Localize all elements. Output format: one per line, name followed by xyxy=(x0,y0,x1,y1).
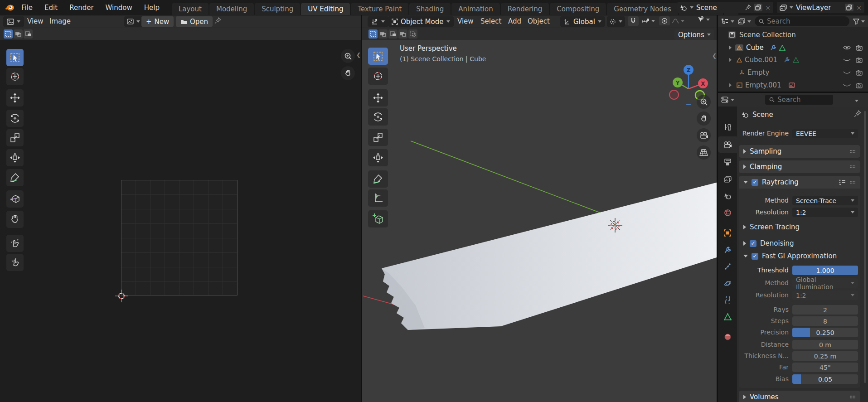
vp-tool-rotate[interactable] xyxy=(368,108,388,126)
viewport-scene[interactable] xyxy=(362,40,717,402)
mesh-data-icon[interactable] xyxy=(779,45,786,51)
uv-tool-rotate[interactable] xyxy=(6,110,24,127)
vp-select-mode-subtract-button[interactable] xyxy=(388,29,398,39)
properties-search[interactable]: Search xyxy=(765,95,833,105)
outliner-row-scene-collection[interactable]: Scene Collection xyxy=(718,29,868,41)
select-mode-extend-button[interactable] xyxy=(14,29,23,39)
hidden-eye-closed-icon[interactable] xyxy=(843,82,851,88)
outliner-search[interactable]: Search xyxy=(755,16,849,26)
uv-menu-image[interactable]: Image xyxy=(49,17,71,25)
vp-perspective-toggle-button[interactable] xyxy=(697,145,711,160)
select-mode-set-button[interactable] xyxy=(4,29,13,39)
vp-menu-object[interactable]: Object xyxy=(528,17,550,25)
render-engine-dropdown[interactable]: EEVEE xyxy=(792,129,858,138)
open-image-button[interactable]: Open xyxy=(176,16,213,27)
vp-select-mode-invert-button[interactable] xyxy=(398,29,407,39)
mode-selector[interactable]: Object Mode xyxy=(388,16,454,27)
new-image-button[interactable]: + New xyxy=(141,16,174,27)
denoising-checkbox[interactable]: ✓ xyxy=(750,240,756,247)
uv-editor-type-button[interactable] xyxy=(3,16,24,27)
vp-tool-move[interactable] xyxy=(368,89,388,107)
outliner-row-empty-001[interactable]: Empty.001 xyxy=(718,79,868,91)
blender-logo-icon[interactable] xyxy=(5,3,15,11)
snap-target-button[interactable] xyxy=(640,17,657,25)
subpanel-denoising[interactable]: ✓ Denoising xyxy=(743,239,794,247)
properties-options-chevron[interactable] xyxy=(855,96,858,104)
uv-tool-grab[interactable] xyxy=(6,211,24,228)
disable-render-camera-icon[interactable] xyxy=(856,82,863,88)
menu-file[interactable]: File xyxy=(15,0,39,15)
hide-eye-icon[interactable] xyxy=(843,45,851,50)
disable-render-camera-icon[interactable] xyxy=(856,45,863,51)
vp-camera-view-button[interactable] xyxy=(697,128,711,142)
far-field[interactable]: 45° xyxy=(792,363,858,372)
uv-tool-relax[interactable] xyxy=(6,235,24,252)
raytracing-checkbox[interactable]: ✓ xyxy=(752,179,758,186)
vp-menu-view[interactable]: View xyxy=(457,17,474,25)
uv-sidebar-collapse-arrow[interactable]: ❮ xyxy=(356,52,361,58)
pin-image-icon[interactable] xyxy=(214,17,221,24)
uv-tool-move[interactable] xyxy=(6,89,24,107)
show-gizmo-button[interactable] xyxy=(697,16,710,23)
vp-menu-add[interactable]: Add xyxy=(508,17,521,25)
pivot-point-selector[interactable] xyxy=(607,16,625,27)
uv-tool-pinch[interactable] xyxy=(6,254,24,271)
menu-edit[interactable]: Edit xyxy=(39,0,63,15)
threshold-slider[interactable]: 1.000 xyxy=(792,266,858,275)
menu-window[interactable]: Window xyxy=(100,0,138,15)
new-viewlayer-copy-icon[interactable] xyxy=(845,4,853,11)
outliner-row-empty[interactable]: Empty xyxy=(718,67,868,78)
proportional-editing-toggle[interactable] xyxy=(659,16,670,25)
transform-orientation-selector[interactable]: Global xyxy=(560,16,605,27)
properties-scrollbar[interactable] xyxy=(864,111,866,383)
uv-tool-transform[interactable] xyxy=(6,149,24,166)
vp-tool-measure[interactable] xyxy=(368,189,388,207)
mesh-data-icon[interactable] xyxy=(793,57,799,63)
hidden-eye-closed-icon[interactable] xyxy=(843,57,851,63)
uv-pan-button[interactable] xyxy=(341,66,355,80)
vp-tool-add-cube[interactable] xyxy=(368,210,388,228)
panel-clamping[interactable]: Clamping xyxy=(739,160,860,173)
new-scene-copy-icon[interactable] xyxy=(754,4,762,11)
tab-render-active[interactable] xyxy=(718,136,737,153)
uv-tool-annotate[interactable] xyxy=(6,169,24,186)
vp-select-mode-intersect-button[interactable] xyxy=(408,29,417,39)
vp-menu-select[interactable]: Select xyxy=(480,17,501,25)
vp-tool-cursor[interactable] xyxy=(368,68,388,85)
uv-menu-view[interactable]: View xyxy=(27,17,44,25)
uv-tool-scale[interactable] xyxy=(6,129,24,146)
outliner-filter-button[interactable] xyxy=(853,19,865,24)
vp-select-mode-extend-button[interactable] xyxy=(378,29,388,39)
panel-raytracing[interactable]: ✓ Raytracing xyxy=(739,176,860,189)
expand-icon[interactable] xyxy=(729,45,732,50)
close-scene-icon[interactable]: × xyxy=(765,4,771,11)
modifier-wrench-icon[interactable] xyxy=(770,44,776,51)
workspace-tab-layout[interactable]: Layout xyxy=(172,3,209,15)
menu-help[interactable]: Help xyxy=(138,0,165,15)
workspace-tab-sculpting[interactable]: Sculpting xyxy=(255,3,300,15)
viewport-options-button[interactable]: Options xyxy=(674,29,714,40)
outliner-row-cube[interactable]: Cube xyxy=(718,42,868,53)
uv-zoom-button[interactable] xyxy=(341,49,355,63)
vp-pan-button[interactable] xyxy=(697,111,711,126)
bias-slider[interactable]: 0.05 xyxy=(792,374,858,384)
vp-sidebar-collapse-arrow[interactable]: ❮ xyxy=(712,53,717,59)
workspace-tab-texture-paint[interactable]: Texture Paint xyxy=(351,3,408,15)
pin-id-icon[interactable] xyxy=(854,110,861,117)
viewport-editor-type-button[interactable] xyxy=(368,16,388,27)
vp-tool-transform[interactable] xyxy=(368,149,388,166)
thickness-field[interactable]: 0.25 m xyxy=(792,351,858,361)
subpanel-screen-tracing[interactable]: Screen Tracing xyxy=(743,223,800,231)
gi-method-dropdown[interactable]: Global Illumination xyxy=(792,278,858,288)
workspace-tab-modeling[interactable]: Modeling xyxy=(209,3,254,15)
rays-field[interactable]: 2 xyxy=(792,305,858,315)
hidden-eye-closed-icon[interactable] xyxy=(843,70,851,75)
disable-render-camera-icon[interactable] xyxy=(856,70,863,76)
outliner-row-cube-001[interactable]: Cube.001 xyxy=(718,54,868,66)
fast-gi-checkbox[interactable]: ✓ xyxy=(752,253,758,260)
vp-tool-scale[interactable] xyxy=(368,129,388,146)
tab-object[interactable] xyxy=(718,225,737,241)
uv-tool-cursor[interactable] xyxy=(6,68,24,85)
scene-selector[interactable]: Scene × xyxy=(677,2,773,13)
workspace-tab-rendering[interactable]: Rendering xyxy=(501,3,549,15)
